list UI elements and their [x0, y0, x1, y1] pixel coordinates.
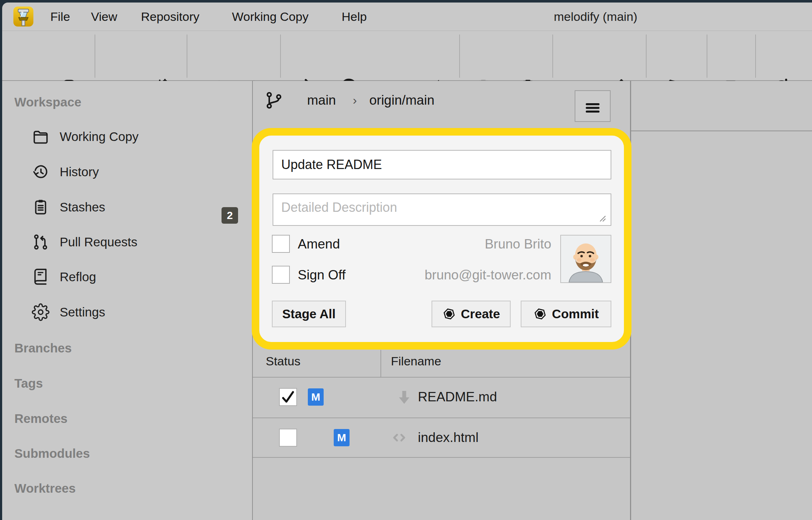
commit-label: Commit [552, 307, 599, 321]
amend-label[interactable]: Amend [298, 237, 340, 252]
menu-item-working-copy[interactable]: Working Copy [232, 3, 309, 31]
commit-summary-input[interactable] [273, 150, 611, 179]
sidebar-header-workspace[interactable]: Workspace [14, 95, 81, 109]
app-window: File View Repository Working Copy Help m… [0, 0, 812, 520]
toolbar-separator [95, 35, 95, 78]
create-button[interactable]: Create [432, 301, 511, 327]
column-divider[interactable] [380, 350, 381, 378]
sign-off-checkbox[interactable] [272, 266, 290, 284]
amend-checkbox[interactable] [272, 235, 290, 253]
stage-all-button[interactable]: Stage All [272, 301, 346, 327]
book-icon [32, 268, 50, 286]
column-header-status[interactable]: Status [266, 354, 300, 368]
toolbar [2, 31, 812, 81]
sidebar: Workspace Working Copy History Stashes P… [2, 81, 252, 520]
window-chrome: File View Repository Working Copy Help m… [2, 3, 812, 520]
column-header-filename[interactable]: Filename [391, 354, 441, 368]
toolbar-separator [459, 35, 460, 78]
file-row-readme[interactable]: M README.md [253, 377, 630, 417]
window-title: melodify (main) [554, 3, 637, 31]
sidebar-header-tags[interactable]: Tags [14, 376, 43, 391]
diff-panel-header [631, 81, 812, 131]
commit-panel: Amend Bruno Brito Sign Off bruno@git-tow… [253, 131, 630, 346]
sidebar-header-remotes[interactable]: Remotes [14, 411, 68, 426]
toolbar-separator [646, 35, 647, 78]
commit-description-input[interactable] [273, 193, 611, 226]
sidebar-header-worktrees[interactable]: Worktrees [14, 481, 76, 496]
stash-clipboard-icon [32, 198, 50, 216]
branch-separator-chevron: › [353, 81, 357, 131]
branch-bar: main › origin/main [253, 81, 630, 131]
status-badge-modified: M [308, 388, 324, 406]
toolbar-separator [707, 35, 707, 78]
toolbar-separator [755, 35, 756, 78]
commit-hexagon-icon [533, 307, 547, 321]
status-badge-modified: M [334, 429, 350, 446]
sidebar-item-history[interactable]: History [2, 160, 252, 184]
sign-off-label[interactable]: Sign Off [298, 268, 346, 283]
menu-item-repository[interactable]: Repository [141, 3, 200, 31]
row-divider [253, 457, 630, 458]
branch-menu-button[interactable] [575, 90, 611, 122]
tower-app-icon[interactable] [13, 6, 34, 27]
menu-item-view[interactable]: View [91, 3, 117, 31]
sidebar-item-label: Pull Requests [60, 235, 137, 249]
menu-bar: File View Repository Working Copy Help m… [2, 3, 812, 31]
folder-icon [32, 128, 50, 146]
git-branch-icon [264, 90, 284, 110]
sidebar-item-label: Working Copy [60, 129, 138, 144]
hamburger-icon [583, 98, 603, 118]
sidebar-item-label: Stashes [60, 200, 105, 214]
author-avatar [560, 235, 611, 283]
author-email: bruno@git-tower.com [393, 268, 551, 283]
sidebar-item-pull-requests[interactable]: Pull Requests [2, 230, 252, 254]
history-clock-icon [32, 163, 50, 181]
sidebar-item-label: Settings [60, 305, 105, 319]
sidebar-item-label: History [60, 165, 99, 179]
menu-item-help[interactable]: Help [342, 3, 367, 31]
commit-button[interactable]: Commit [521, 301, 611, 327]
create-label: Create [461, 307, 500, 321]
gear-icon [32, 303, 50, 321]
stage-all-label: Stage All [282, 307, 336, 321]
sidebar-item-label: Reflog [60, 270, 96, 284]
sidebar-header-branches[interactable]: Branches [14, 341, 72, 355]
pull-request-icon [32, 233, 50, 251]
stage-file-checkbox[interactable] [279, 429, 297, 447]
sidebar-header-submodules[interactable]: Submodules [14, 446, 90, 461]
code-brackets-icon [391, 429, 408, 446]
author-name: Bruno Brito [393, 237, 551, 252]
diff-panel [631, 81, 812, 520]
sidebar-item-working-copy[interactable]: Working Copy [2, 125, 252, 149]
current-branch-label[interactable]: main [307, 81, 336, 131]
tracking-branch-label[interactable]: origin/main [369, 81, 434, 131]
toolbar-separator [552, 35, 553, 78]
markdown-arrow-icon [396, 388, 413, 406]
menu-item-file[interactable]: File [50, 3, 70, 31]
filename-label: index.html [418, 430, 479, 445]
toolbar-separator [187, 35, 187, 78]
stage-file-checkbox[interactable] [279, 388, 297, 406]
sidebar-item-reflog[interactable]: Reflog [2, 265, 252, 289]
check-icon [280, 389, 296, 405]
file-row-index-html[interactable]: M index.html [253, 418, 630, 457]
filename-label: README.md [418, 389, 497, 405]
toolbar-separator [280, 35, 281, 78]
sidebar-item-settings[interactable]: Settings [2, 300, 252, 324]
commit-hexagon-icon [442, 307, 456, 321]
working-copy-count-badge: 2 [222, 207, 238, 224]
sidebar-item-stashes[interactable]: Stashes [2, 195, 252, 219]
